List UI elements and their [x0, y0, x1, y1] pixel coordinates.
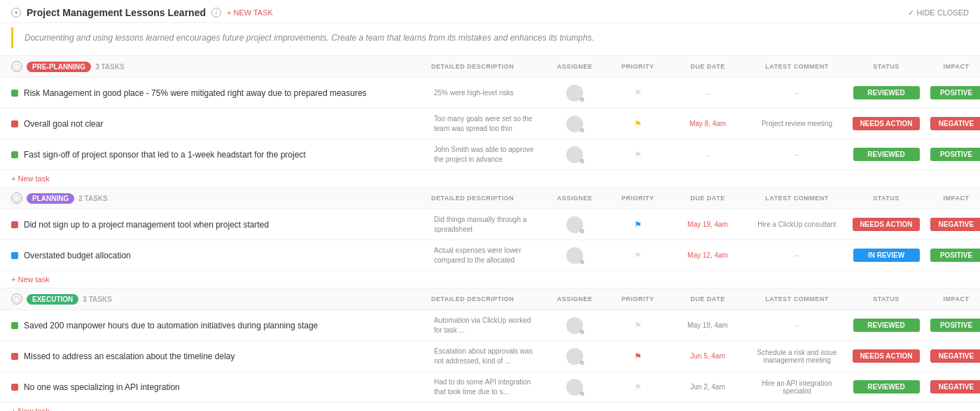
- impact-cell[interactable]: Negative: [925, 117, 980, 130]
- assignee-avatar[interactable]: [566, 348, 583, 365]
- comment-cell: –: [746, 251, 848, 259]
- assignee-cell: [543, 379, 606, 396]
- task-name[interactable]: Missed to address an escalation about th…: [24, 351, 235, 361]
- task-description: 25% were high-level risks: [431, 88, 543, 98]
- status-cell[interactable]: IN REVIEW: [848, 249, 925, 262]
- col-priority: PRIORITY: [606, 195, 669, 202]
- section-collapse-execution[interactable]: ◯: [11, 293, 22, 305]
- impact-badge[interactable]: Positive: [930, 148, 981, 161]
- impact-badge[interactable]: Positive: [930, 249, 981, 262]
- due-date-cell: May 19, 4am: [669, 221, 746, 228]
- comment-text: Project review meeting: [762, 120, 832, 127]
- section-execution: ◯ EXECUTION 3 TASKS DETAILED DESCRIPTION…: [0, 288, 980, 411]
- new-task-row-pre-planning[interactable]: + New task: [0, 170, 980, 187]
- priority-cell: ⚑: [606, 88, 669, 98]
- status-cell[interactable]: REVIEWED: [848, 319, 925, 332]
- section-badge-execution: EXECUTION: [27, 294, 78, 305]
- assignee-avatar[interactable]: [566, 379, 583, 396]
- impact-cell[interactable]: Positive: [925, 148, 980, 161]
- impact-cell[interactable]: Positive: [925, 319, 980, 332]
- comment-text: Schedule a risk and issue management mee…: [757, 349, 837, 364]
- section-planning: ◯ PLANNING 2 TASKS DETAILED DESCRIPTION …: [0, 187, 980, 288]
- assignee-cell: [543, 116, 606, 132]
- impact-badge[interactable]: Negative: [930, 380, 981, 393]
- new-task-button[interactable]: + NEW TASK: [227, 8, 273, 17]
- impact-badge[interactable]: Positive: [930, 319, 981, 332]
- section-task-count-pre-planning: 3 TASKS: [95, 63, 125, 71]
- section-collapse-pre-planning[interactable]: ◯: [11, 61, 22, 72]
- assignee-avatar[interactable]: [566, 85, 583, 102]
- info-icon[interactable]: i: [211, 8, 221, 18]
- priority-flag[interactable]: ⚑: [633, 251, 643, 260]
- task-name[interactable]: Overall goal not clear: [24, 119, 103, 129]
- assignee-avatar[interactable]: [566, 146, 583, 163]
- assignee-avatar[interactable]: [566, 247, 583, 264]
- priority-flag[interactable]: ⚑: [633, 321, 643, 330]
- assignee-avatar[interactable]: [566, 216, 583, 233]
- hide-closed-button[interactable]: ✓ HIDE CLOSED: [908, 8, 969, 18]
- comment-text: –: [795, 151, 799, 158]
- status-badge[interactable]: REVIEWED: [853, 148, 920, 161]
- priority-flag[interactable]: ⚑: [633, 220, 643, 230]
- impact-cell[interactable]: Positive: [925, 249, 980, 262]
- task-name-cell: Saved 200 manpower hours due to automati…: [11, 321, 431, 330]
- priority-flag[interactable]: ⚑: [633, 119, 643, 129]
- col-assignee: ASSIGNEE: [543, 63, 606, 70]
- status-cell[interactable]: NEEDS ACTION: [848, 218, 925, 231]
- task-description: John Smith was able to approve the proje…: [431, 145, 543, 165]
- col-latest-comment: LATEST COMMENT: [746, 295, 848, 302]
- section-title-cell: ◯ PRE-PLANNING 3 TASKS: [11, 61, 431, 72]
- priority-cell: ⚑: [606, 150, 669, 160]
- status-badge[interactable]: REVIEWED: [853, 380, 920, 393]
- impact-cell[interactable]: Negative: [925, 380, 980, 393]
- status-cell[interactable]: NEEDS ACTION: [848, 349, 925, 363]
- status-badge[interactable]: REVIEWED: [853, 86, 920, 99]
- task-name[interactable]: Did not sign up to a project management …: [24, 220, 269, 230]
- priority-flag[interactable]: ⚑: [633, 351, 643, 361]
- col-status: STATUS: [848, 195, 925, 202]
- task-name[interactable]: Fast sign-off of project sponsor that le…: [24, 150, 306, 160]
- task-row: Risk Management in good place - 75% were…: [0, 78, 980, 109]
- assignee-avatar[interactable]: [566, 116, 583, 132]
- status-badge[interactable]: NEEDS ACTION: [853, 349, 919, 363]
- impact-cell[interactable]: Positive: [925, 86, 980, 99]
- task-description: Had to do some API integration that took…: [431, 377, 543, 397]
- status-badge[interactable]: NEEDS ACTION: [853, 117, 919, 130]
- impact-badge[interactable]: Negative: [930, 218, 981, 231]
- collapse-icon[interactable]: ▾: [11, 8, 21, 18]
- priority-flag[interactable]: ⚑: [633, 88, 643, 98]
- status-badge[interactable]: IN REVIEW: [853, 249, 920, 262]
- task-name-cell: Fast sign-off of project sponsor that le…: [11, 150, 431, 160]
- assignee-cell: [543, 85, 606, 102]
- due-date-cell: May 12, 4am: [669, 251, 746, 259]
- task-name[interactable]: Overstated budget allocation: [24, 251, 131, 260]
- status-badge[interactable]: REVIEWED: [853, 319, 920, 332]
- impact-cell[interactable]: Negative: [925, 349, 980, 363]
- status-cell[interactable]: REVIEWED: [848, 86, 925, 99]
- due-date-cell: Jun 5, 4am: [669, 352, 746, 360]
- priority-flag[interactable]: ⚑: [633, 150, 643, 160]
- task-name[interactable]: No one was specializing in API integrati…: [24, 382, 180, 392]
- task-description: Did things manually through a spreadshee…: [431, 215, 543, 235]
- impact-badge[interactable]: Negative: [930, 349, 981, 363]
- task-name-cell: Overstated budget allocation: [11, 251, 431, 260]
- assignee-avatar[interactable]: [566, 317, 583, 334]
- status-cell[interactable]: REVIEWED: [848, 380, 925, 393]
- assignee-cell: [543, 247, 606, 264]
- impact-badge[interactable]: Negative: [930, 117, 981, 130]
- impact-cell[interactable]: Negative: [925, 218, 980, 231]
- impact-badge[interactable]: Positive: [930, 86, 981, 99]
- task-name[interactable]: Saved 200 manpower hours due to automati…: [24, 321, 318, 330]
- section-collapse-planning[interactable]: ◯: [11, 193, 22, 204]
- status-cell[interactable]: NEEDS ACTION: [848, 117, 925, 130]
- task-name[interactable]: Risk Management in good place - 75% were…: [24, 88, 367, 98]
- priority-flag[interactable]: ⚑: [633, 382, 643, 392]
- priority-cell: ⚑: [606, 351, 669, 361]
- assignee-cell: [543, 146, 606, 163]
- task-color-dot: [11, 120, 18, 127]
- new-task-row-execution[interactable]: + New task: [0, 403, 980, 411]
- status-badge[interactable]: NEEDS ACTION: [853, 218, 919, 231]
- col-due-date: DUE DATE: [669, 295, 746, 302]
- new-task-row-planning[interactable]: + New task: [0, 271, 980, 288]
- status-cell[interactable]: REVIEWED: [848, 148, 925, 161]
